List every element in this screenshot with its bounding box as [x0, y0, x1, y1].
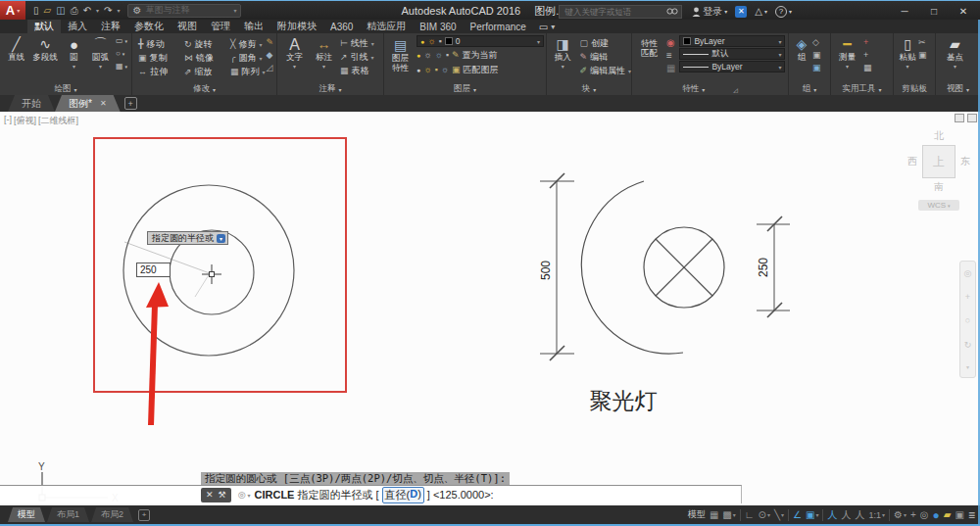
viewport-view-control[interactable]: [俯视] [14, 115, 36, 127]
binoculars-icon[interactable] [666, 7, 678, 16]
viewcube-east[interactable]: 东 [960, 155, 970, 168]
ribbon-tab-insert[interactable]: 插入 [61, 20, 94, 33]
exchange-apps-icon[interactable]: ✕ [735, 6, 747, 18]
layer-properties-button[interactable]: ▤图层特性 [387, 35, 414, 76]
erase-icon[interactable]: ✎ [266, 37, 273, 47]
copy-button[interactable]: ▣复制 [138, 51, 184, 65]
polar-tracking-icon[interactable]: ⊙▾ [759, 509, 770, 520]
move-button[interactable]: ╋移动 [138, 37, 184, 51]
measure-button[interactable]: ━测量▾ [834, 34, 860, 72]
calculator-icon[interactable]: ▦ [863, 63, 872, 72]
ribbon-tab-annotate[interactable]: 注释 [94, 20, 127, 33]
hardware-acceleration-icon[interactable]: ● [933, 508, 940, 522]
array-button[interactable]: ▦阵列▾ [230, 65, 270, 78]
annotation-visibility-icon[interactable]: 人 [827, 508, 837, 522]
a360-icon[interactable]: △▾ [755, 6, 767, 17]
ungroup-icon[interactable]: ◇ [812, 37, 821, 47]
nav-more-icon[interactable]: ▾ [966, 363, 969, 370]
redo-icon[interactable]: ↷ [104, 5, 112, 16]
layout-tab-layout1[interactable]: 布局1 [47, 507, 89, 522]
quick-select-icon[interactable]: + [863, 50, 872, 60]
ribbon-tab-featured[interactable]: 精选应用 [360, 20, 413, 33]
panel-label-properties[interactable]: 特性▾◿ [632, 83, 788, 95]
group-button[interactable]: ◈组 [791, 34, 812, 72]
viewcube-west[interactable]: 西 [907, 155, 917, 168]
cut-icon[interactable]: ✂ [918, 37, 927, 47]
annotation-scale-value[interactable]: 1:1▾ [868, 510, 885, 520]
signin-button[interactable]: 登录 ▾ [692, 5, 727, 19]
navigation-bar[interactable]: ◎ + ○ ↻ ▾ [959, 261, 976, 378]
nav-wheel-icon[interactable]: ◎ [964, 268, 972, 278]
lineweight-dropdown[interactable]: 默认▾ [679, 48, 785, 60]
radius-value-input[interactable] [136, 263, 171, 277]
layout-tab-model[interactable]: 模型 [8, 507, 45, 522]
close-drawing-icon[interactable] [967, 114, 977, 122]
save-icon[interactable]: ◫ [56, 5, 65, 16]
diameter-option-button[interactable]: 直径(D) [382, 487, 424, 503]
group-selection-icon[interactable]: ▣ [812, 63, 821, 72]
panel-label-layers[interactable]: 图层▾ [384, 83, 546, 95]
panel-label-annotate[interactable]: 注释▾ [277, 83, 383, 95]
copy-clip-icon[interactable]: ▣ [918, 50, 927, 60]
file-tab-document[interactable]: 图例*✕ [55, 95, 121, 112]
arc-button[interactable]: ⌒圆弧▾ [87, 34, 114, 72]
lineweight-list-icon[interactable]: ≡ [666, 50, 675, 61]
add-layout-button[interactable]: + [138, 509, 150, 521]
create-block-button[interactable]: ▢创建 [579, 36, 631, 50]
open-file-icon[interactable]: ▱ [44, 5, 52, 16]
new-drawing-tab-button[interactable]: + [124, 97, 137, 110]
command-prompt[interactable]: CIRCLE 指定圆的半径或 [ 直径(D) ] <125.0000>: [255, 487, 494, 503]
snap-toggle-icon[interactable]: ▩▾ [722, 509, 735, 520]
group-edit-icon[interactable]: ▣ [812, 50, 821, 60]
edit-block-button[interactable]: ✎编辑 [579, 50, 631, 64]
dimension-button[interactable]: ↔标注▾ [311, 34, 337, 77]
ribbon-display-icon[interactable]: ▭ [539, 22, 548, 32]
object-color-dropdown[interactable]: ByLayer▾ [679, 35, 785, 47]
stretch-button[interactable]: ↔拉伸 [138, 65, 184, 78]
ribbon-tab-addins[interactable]: 附加模块 [270, 20, 323, 33]
rectangle-icon[interactable]: ▭ [116, 36, 123, 45]
ribbon-tab-view[interactable]: 视图 [171, 20, 204, 33]
panel-label-utilities[interactable]: 实用工具▾ [831, 83, 893, 95]
panel-label-groups[interactable]: 组▾ [789, 83, 830, 95]
wrench-icon[interactable]: ⚒ [219, 490, 226, 500]
fillet-button[interactable]: ╭圆角▾ [230, 51, 270, 65]
scale-button[interactable]: ⇗缩放 [184, 65, 230, 78]
paste-button[interactable]: ▯粘贴▾ [897, 34, 918, 70]
close-button[interactable]: ✕ [949, 3, 978, 21]
panel-label-view[interactable]: 视图▾ [936, 83, 980, 95]
ribbon-tab-home[interactable]: 默认 [27, 20, 61, 33]
linear-dim-button[interactable]: ⊢线性▾ [340, 36, 374, 50]
annotation-monitor-icon[interactable]: + [910, 509, 916, 520]
edit-attributes-button[interactable]: ✐编辑属性▾ [579, 64, 631, 77]
match-layer-button[interactable]: ● ☼ ▪ ☼ ▣ 匹配图层 [416, 63, 544, 76]
insert-block-button[interactable]: ◨插入▾ [550, 34, 575, 77]
viewcube-top-face[interactable]: 上 [922, 145, 956, 178]
new-file-icon[interactable]: ▯ [33, 5, 39, 16]
id-point-icon[interactable]: + [863, 37, 872, 47]
ribbon-tab-a360[interactable]: A360 [323, 20, 360, 33]
pan-icon[interactable]: + [965, 292, 970, 302]
command-line-bar[interactable]: ✕ ⚒ ◎▾ CIRCLE 指定圆的半径或 [ 直径(D) ] <125.000… [0, 485, 742, 503]
chevron-down-icon[interactable]: ▾ [247, 492, 250, 499]
undo-icon[interactable]: ↶ [83, 5, 91, 16]
orbit-icon[interactable]: ↻ [964, 340, 972, 350]
file-tab-start[interactable]: 开始 [8, 95, 55, 112]
workspace-switching-icon[interactable]: ⚙▾ [894, 509, 906, 520]
model-space-toggle[interactable]: 模型 [688, 508, 706, 521]
circle-button[interactable]: ●圆▾ [61, 34, 87, 72]
match-properties-button[interactable]: 特性匹配 [636, 35, 662, 73]
linetype-dropdown[interactable]: ByLayer▾ [679, 61, 785, 72]
ribbon-tab-bim360[interactable]: BIM 360 [413, 20, 463, 33]
layout-tab-layout2[interactable]: 布局2 [91, 507, 133, 522]
table-button[interactable]: ▦表格 [340, 64, 374, 77]
text-button[interactable]: A文字▾ [281, 34, 308, 77]
restore-drawing-icon[interactable] [955, 114, 964, 122]
workspace-dropdown[interactable]: ⚙ 草图与注释 ▾ [127, 4, 241, 18]
overkill-icon[interactable]: ◿ [266, 63, 273, 72]
ribbon-display-caret-icon[interactable]: ▾ [551, 23, 555, 31]
trim-button[interactable]: ╳修剪▾ [230, 37, 270, 51]
leader-button[interactable]: ↗引线▾ [340, 50, 374, 64]
rotate-button[interactable]: ↻旋转 [184, 37, 230, 51]
viewcube[interactable]: 北 西 上 东 南 WCS▾ [904, 129, 974, 211]
